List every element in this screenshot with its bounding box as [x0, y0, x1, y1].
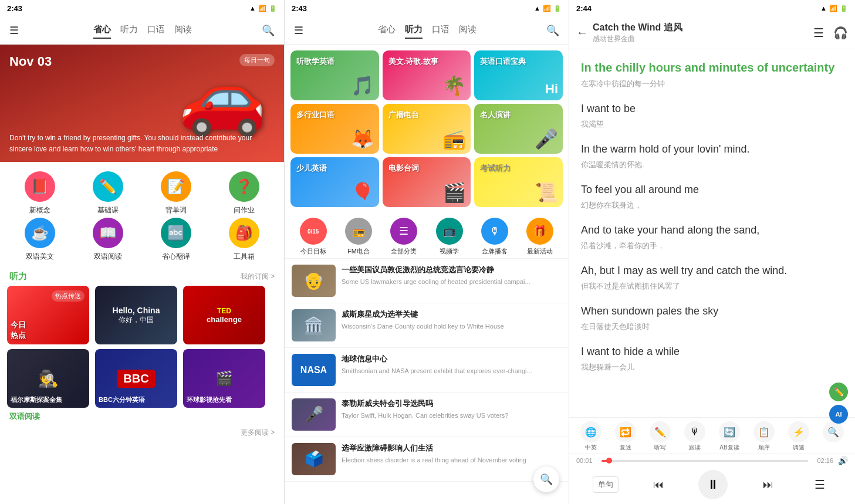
next-button[interactable]: ⏭: [756, 473, 780, 496]
card-label-redian: 今日热点: [11, 320, 86, 341]
icon-fanyi[interactable]: 🔤 省心翻译: [143, 218, 209, 262]
volume-icon[interactable]: 🔊: [838, 456, 848, 465]
hero-date: Nov 03: [9, 54, 52, 69]
news-sub-4: Taylor Swift, Hulk Hogan. Can celebritie…: [342, 411, 562, 420]
icon-zuoye[interactable]: ❓ 问作业: [211, 171, 277, 215]
progress-bar-container[interactable]: [601, 460, 808, 462]
mode-search[interactable]: 🔍: [823, 421, 844, 452]
listen-card-fuermo[interactable]: 🕵️ 福尔摩斯探案全集: [7, 349, 89, 408]
mode-zhongying[interactable]: 🌐 中英: [580, 421, 601, 452]
search-fab-2[interactable]: 🔍: [533, 466, 559, 492]
menu-icon-2[interactable]: ☰: [294, 24, 303, 37]
icon-beidan[interactable]: 📝 背单词: [143, 171, 209, 215]
icon-jichu[interactable]: ✏️ 基础课: [75, 171, 141, 215]
listen-card-redian[interactable]: 今日热点 热点传送: [7, 286, 89, 344]
cat-kaoshi[interactable]: 考试听力 📜: [474, 157, 563, 207]
func-quanbu-label: 全部分类: [391, 247, 417, 256]
cat-meiwen[interactable]: 美文.诗歌.故事 🌴: [383, 50, 471, 100]
icon-shuangyuedu[interactable]: 📖 双语阅读: [75, 218, 141, 262]
func-fm[interactable]: 📻 FM电台: [345, 218, 372, 256]
play-pause-button[interactable]: ⏸: [698, 470, 728, 499]
listen-card-huanqiu[interactable]: 🎬 环球影视抢先看: [183, 349, 265, 408]
menu-icon-1[interactable]: ☰: [9, 24, 19, 37]
zuoye-label: 问作业: [234, 205, 255, 215]
func-jrml-label: 今日目标: [300, 247, 326, 256]
mode-zhongying-icon: 🌐: [580, 421, 601, 442]
tab-yuedu-2[interactable]: 阅读: [459, 22, 476, 39]
func-zuixin[interactable]: 🎁 最新活动: [526, 218, 553, 256]
status-icons-2: ▲ 📶 🔋: [534, 5, 562, 12]
biyu-link[interactable]: 双语阅读: [0, 408, 284, 425]
icon-gongju[interactable]: 🎒 工具箱: [211, 218, 277, 262]
more-read-link[interactable]: 更多阅读 >: [0, 425, 284, 440]
cat-dianying[interactable]: 电影台词 🎬: [383, 157, 471, 207]
tab-yuedu-1[interactable]: 阅读: [174, 22, 192, 39]
prev-button[interactable]: ⏮: [647, 473, 670, 496]
mode-genju[interactable]: 🎙 跟读: [684, 421, 705, 452]
news-thumb-1: 👴: [292, 265, 336, 297]
listen-card-bbc[interactable]: BBC BBC六分钟英语: [95, 349, 177, 408]
listen-card-ted[interactable]: TED challenge: [183, 286, 265, 344]
progress-time-elapsed: 00:01: [576, 457, 597, 464]
single-btn[interactable]: 单句: [593, 476, 619, 493]
func-jinpai-icon: 🎙: [481, 218, 508, 245]
news-item-3[interactable]: NASA 地球信息中心 Smithsonian and NASA present…: [285, 348, 569, 393]
cat-tingge[interactable]: 听歌学英语 🎵: [290, 50, 379, 100]
tab-tingli-2[interactable]: 听力: [405, 22, 423, 39]
back-button[interactable]: ←: [576, 26, 588, 39]
mode-tingxie[interactable]: ✏️ 听写: [650, 421, 671, 452]
func-jrml[interactable]: 0/15 今日目标: [300, 218, 327, 256]
tab-shengxin-1[interactable]: 省心: [93, 22, 111, 39]
listen-card-china[interactable]: Hello, China 你好，中国: [95, 286, 177, 344]
mode-ab-label: AB复读: [719, 444, 739, 452]
func-video[interactable]: 📺 视频学: [436, 218, 463, 256]
list-icon[interactable]: ☰: [813, 26, 824, 40]
icon-xingnian[interactable]: 📕 新概念: [7, 171, 73, 215]
status-time-2: 2:43: [292, 4, 307, 13]
lyric-en-4: To feel you all around me: [581, 182, 843, 198]
func-fm-label: FM电台: [347, 247, 370, 256]
mode-tiaodu[interactable]: ⚡ 调速: [788, 421, 809, 452]
func-quanbu[interactable]: ☰ 全部分类: [390, 218, 417, 256]
edit-icon[interactable]: ✏️: [829, 383, 848, 401]
listen-section-link[interactable]: 我的订阅 >: [241, 272, 275, 282]
lyric-en-7: When sundown pales the sky: [581, 303, 843, 319]
menu-button[interactable]: ☰: [808, 473, 832, 496]
search-icon-2[interactable]: 🔍: [546, 24, 559, 37]
mode-ab[interactable]: 🔄 AB复读: [719, 421, 740, 452]
player-controls: 单句 ⏮ ⏸ ⏭ ☰: [569, 468, 855, 504]
icon-biyu[interactable]: ☕ 双语美文: [7, 218, 73, 262]
func-jrml-icon: 0/15: [300, 218, 327, 245]
func-jinpai[interactable]: 🎙 金牌播客: [481, 218, 508, 256]
mode-fushuo[interactable]: 🔁 复述: [615, 421, 636, 452]
news-item-2[interactable]: 🏛️ 威斯康星成为选举关键 Wisconsin's Dane County co…: [285, 303, 569, 348]
lyric-zh-1: 在寒冷中彷徨的每一分钟: [581, 79, 843, 89]
search-icon-1[interactable]: 🔍: [262, 24, 275, 37]
lyric-zh-3: 你温暖柔情的怀抱.: [581, 160, 843, 170]
news-item-4[interactable]: 🎤 泰勒斯威夫特会引导选民吗 Taylor Swift, Hulk Hogan.…: [285, 393, 569, 437]
panel-shengxin: 2:43 ▲ 📶 🔋 ☰ 省心 听力 口语 阅读 🔍 Nov 03 每日一句 D…: [0, 0, 285, 504]
mode-tingxie-icon: ✏️: [650, 421, 671, 442]
headphone-icon[interactable]: 🎧: [833, 26, 848, 40]
fanyi-label: 省心翻译: [162, 252, 190, 262]
mode-shunxu[interactable]: 📋 顺序: [753, 421, 775, 452]
cat-guangbo[interactable]: 广播电台 📻: [383, 104, 471, 154]
cat-kouyu2[interactable]: 英语口语宝典 Hi: [474, 50, 563, 100]
tab-kouyu-1[interactable]: 口语: [147, 22, 165, 39]
mode-genju-icon: 🎙: [684, 421, 705, 442]
cat-duohangye[interactable]: 多行业口语 🦊: [290, 104, 379, 154]
cat-shaoer[interactable]: 少儿英语 🎈: [290, 157, 379, 207]
lyric-block-6: Ah, but I may as well try and catch the …: [581, 263, 843, 292]
ai-button[interactable]: AI: [829, 405, 848, 424]
news-item-1[interactable]: 👴 一些美国议员敦促激烈的总统竞选言论要冷静 Some US lawmakers…: [285, 259, 569, 303]
cat-mingren[interactable]: 名人演讲 🎤: [474, 104, 563, 154]
news-item-5[interactable]: 🗳️ 选举应激障碍影响人们生活 Election stress disorder…: [285, 437, 569, 482]
listen-section-header: 听力 我的订阅 >: [0, 266, 284, 286]
tab-tingli-1[interactable]: 听力: [120, 22, 138, 39]
biyu-icon: ☕: [25, 218, 55, 248]
tab-shengxin-2[interactable]: 省心: [378, 22, 396, 39]
song-info: Catch the Wind 追风 感动世界金曲: [593, 22, 813, 44]
news-title-5: 选举应激障碍影响人们生活: [342, 443, 562, 454]
news-content-3: 地球信息中心 Smithsonian and NASA present exhi…: [342, 354, 562, 386]
tab-kouyu-2[interactable]: 口语: [432, 22, 450, 39]
